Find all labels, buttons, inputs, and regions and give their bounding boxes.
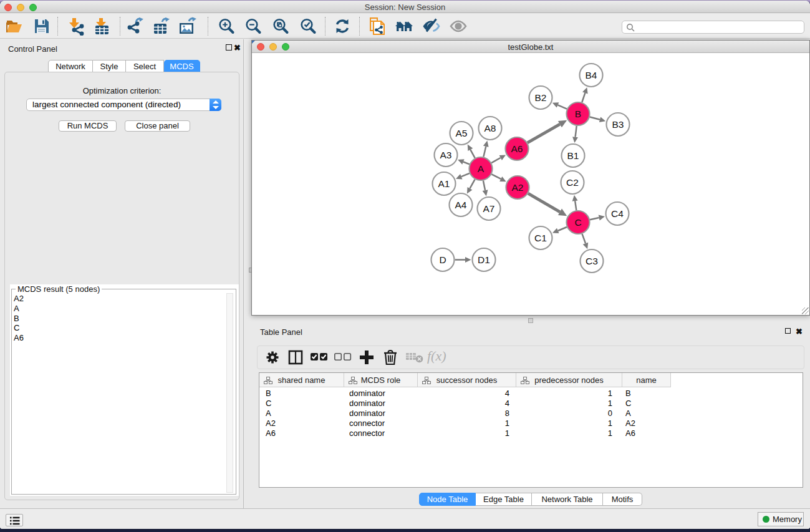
svg-text:C1: C1 xyxy=(534,233,547,243)
svg-text:A4: A4 xyxy=(455,200,467,210)
svg-text:C4: C4 xyxy=(611,208,624,219)
svg-text:A6: A6 xyxy=(511,143,523,154)
svg-text:B: B xyxy=(575,109,581,119)
svg-text:A8: A8 xyxy=(485,123,496,133)
svg-text:A3: A3 xyxy=(440,150,452,160)
svg-text:B4: B4 xyxy=(586,70,597,80)
svg-text:C3: C3 xyxy=(586,256,598,266)
svg-text:A1: A1 xyxy=(438,178,450,189)
svg-text:C: C xyxy=(574,217,581,228)
svg-text:D1: D1 xyxy=(478,254,490,265)
svg-text:D: D xyxy=(439,254,446,265)
svg-text:A5: A5 xyxy=(456,128,468,138)
svg-text:A7: A7 xyxy=(483,203,495,214)
svg-text:B2: B2 xyxy=(535,92,547,103)
svg-text:A: A xyxy=(478,163,485,174)
svg-text:B3: B3 xyxy=(612,119,624,130)
svg-text:B1: B1 xyxy=(567,150,579,161)
svg-text:C2: C2 xyxy=(566,177,579,188)
svg-text:A2: A2 xyxy=(512,182,524,193)
